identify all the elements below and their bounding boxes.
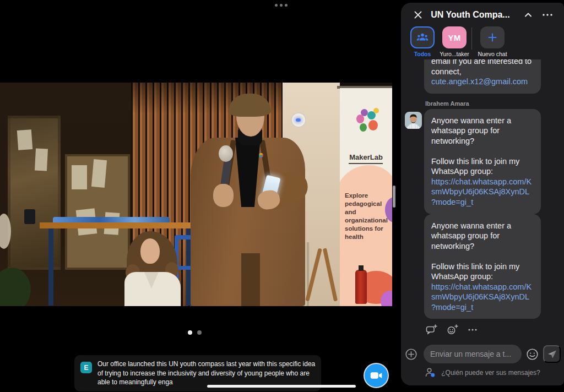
avatar-photo	[405, 112, 422, 129]
video-page-indicator	[188, 330, 202, 335]
contact-avatar: YM	[442, 26, 467, 48]
emoji-button[interactable]	[526, 348, 539, 361]
home-indicator[interactable]	[207, 385, 356, 388]
message-text: email if you are interested to connect,	[431, 59, 532, 76]
message-bubble[interactable]: email if you are interested to connect, …	[424, 59, 541, 94]
microphone-head	[219, 145, 233, 162]
chat-title: UN Youth Compa...	[423, 10, 518, 20]
close-icon	[413, 10, 423, 20]
filter-divider	[471, 28, 472, 50]
filter-contact-label: Yuro...taker	[440, 51, 469, 57]
filter-contact[interactable]: YM Yuro...taker	[438, 26, 470, 57]
person-privacy-icon	[425, 367, 437, 378]
filter-todos[interactable]: Todos	[406, 26, 438, 57]
scene-paper	[35, 148, 48, 171]
banner-underline	[349, 163, 383, 164]
filter-todos-label: Todos	[414, 51, 431, 57]
plus-circle-icon	[405, 348, 417, 361]
ellipsis-icon	[542, 13, 553, 17]
composer	[401, 345, 564, 363]
collapse-button[interactable]	[523, 10, 533, 20]
message-bubble[interactable]: Anyone wanna enter a whatsapp group for …	[424, 214, 541, 319]
reply-in-thread-button[interactable]	[426, 324, 437, 335]
scene-fire-extinguisher	[355, 270, 367, 304]
caption-badge: E	[80, 362, 92, 373]
video-feed: MakerLab Explore pedagogical and organiz…	[0, 83, 392, 306]
video-camera-icon	[369, 368, 383, 383]
screen: MakerLab Explore pedagogical and organiz…	[0, 0, 564, 392]
scene-wall-device	[292, 113, 305, 127]
message-bubble[interactable]: Anyone wanna enter a whatsapp group for …	[424, 109, 541, 214]
email-link[interactable]: cute.angel.x12@gmail.com	[431, 77, 528, 86]
sender-name: Ibrahem Amara	[425, 100, 541, 107]
scene-table	[40, 222, 198, 228]
sender-avatar[interactable]	[405, 112, 422, 129]
emoji-icon	[526, 348, 539, 361]
scene-paper	[17, 129, 32, 150]
scene-paper	[72, 165, 87, 189]
camera-button[interactable]	[364, 363, 389, 388]
scene-table-leg	[48, 228, 53, 306]
scene-cup	[24, 209, 35, 224]
chat-filter-bar: Todos YM Yuro...taker Nuevo chat	[401, 24, 564, 57]
privacy-text: ¿Quién puede ver sus mensajes?	[441, 369, 540, 377]
multitask-handle-icon[interactable]	[275, 4, 288, 7]
makerlab-logo	[355, 109, 377, 138]
more-actions-button[interactable]	[468, 328, 478, 331]
send-plane-icon	[547, 349, 557, 360]
send-button[interactable]	[543, 345, 561, 363]
whatsapp-link[interactable]: https://chat.whatsapp.com/KsmWbpyU6j06KS…	[431, 282, 532, 312]
caption-text: Our office launched this UN youth compas…	[97, 360, 316, 387]
audience-woman-face	[140, 238, 160, 264]
presenter-sdg-pin	[259, 153, 263, 157]
add-reaction-button[interactable]	[447, 324, 458, 335]
privacy-hint[interactable]: ¿Quién puede ver sus mensajes?	[401, 367, 564, 378]
new-chat-label: Nuevo chat	[478, 51, 507, 57]
close-button[interactable]	[413, 10, 423, 20]
presenter-trousers	[241, 253, 260, 306]
page-dot-active	[188, 330, 192, 335]
new-chat-button[interactable]: Nuevo chat	[476, 26, 508, 57]
chat-header: UN Youth Compa...	[401, 3, 564, 24]
emoji-plus-icon	[447, 324, 458, 335]
message-actions	[426, 324, 541, 335]
chevron-up-icon	[523, 10, 533, 20]
presenter-hand	[213, 184, 234, 207]
message-text: Anyone wanna enter a whatsapp group for …	[431, 116, 519, 176]
reply-plus-icon	[426, 324, 437, 335]
attach-button[interactable]	[405, 348, 417, 361]
chat-panel: UN Youth Compa...	[401, 3, 564, 385]
message-text: Anyone wanna enter a whatsapp group for …	[431, 221, 519, 281]
more-options-button[interactable]	[542, 13, 553, 17]
scene-paper	[91, 159, 107, 188]
message-input[interactable]	[424, 345, 522, 363]
ellipsis-icon	[468, 328, 478, 331]
banner-tagline-text: Explore pedagogical and organizational s…	[345, 192, 389, 241]
whatsapp-link[interactable]: https://chat.whatsapp.com/KsmWbpyU6j06KS…	[431, 177, 532, 206]
banner-brand-text: MakerLab	[340, 153, 392, 161]
page-dot-inactive	[197, 330, 202, 335]
panel-drag-handle[interactable]	[393, 186, 395, 208]
people-icon	[416, 31, 429, 44]
plus-icon	[487, 32, 498, 43]
message-list[interactable]: email if you are interested to connect, …	[401, 59, 564, 355]
